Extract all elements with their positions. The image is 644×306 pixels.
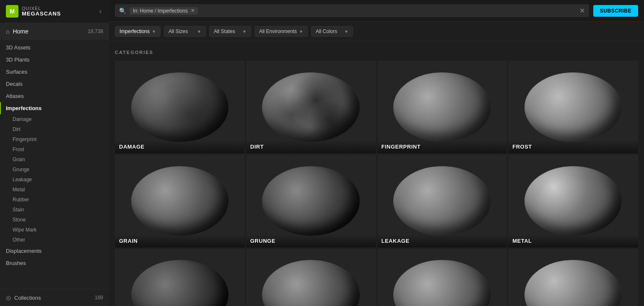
sidebar-subitem-frost[interactable]: Frost [0, 144, 109, 154]
sphere-frost [525, 72, 622, 142]
sphere-bg-stone [377, 249, 507, 306]
collections-count: 189 [95, 295, 103, 301]
sidebar-item-displacements[interactable]: Displacements [0, 245, 109, 257]
category-label-damage: DAMAGE [115, 140, 245, 153]
category-card-rubber[interactable]: RUBBER [115, 249, 245, 306]
sphere-bg-wipe-mark [508, 249, 638, 306]
sidebar-subitem-grunge[interactable]: Grunge [0, 165, 109, 175]
category-card-metal[interactable]: METAL [508, 154, 638, 247]
sphere-wipemark [525, 260, 622, 306]
category-card-wipe-mark[interactable]: WIPE MARK [508, 249, 638, 306]
chevron-down-icon: ▼ [197, 29, 201, 34]
sphere-bg-dirt [246, 61, 376, 153]
category-label-leakage: LEAKAGE [377, 234, 507, 247]
sidebar-item-brushes[interactable]: Brushes [0, 257, 109, 269]
collections-label: Collections [14, 295, 41, 301]
search-bar[interactable]: 🔍 In: Home / Imperfections ✕ ✕ [115, 4, 589, 17]
sidebar-subitem-wipe-mark[interactable]: Wipe Mark [0, 225, 109, 235]
sidebar-subitem-damage[interactable]: Damage [0, 114, 109, 124]
sidebar-collapse-button[interactable]: ‹ [98, 6, 103, 17]
sidebar-home[interactable]: ⌂ Home 18,738 [0, 23, 109, 40]
sphere-damage [131, 72, 229, 142]
logo-megascans: Megascans [22, 11, 61, 17]
filter-size[interactable]: All Sizes ▼ [164, 26, 206, 37]
sidebar-item-3d-assets[interactable]: 3D Assets [0, 41, 109, 54]
category-card-dirt[interactable]: DIRT [246, 61, 376, 153]
search-clear-button[interactable]: ✕ [579, 7, 585, 15]
filter-category-label: Imperfections [119, 28, 150, 34]
category-label-grain: GRAIN [115, 234, 245, 247]
sphere-metal [525, 166, 622, 236]
main: 🔍 In: Home / Imperfections ✕ ✕ SUBSCRIBE… [109, 0, 644, 306]
logo-area: M Quixel Megascans [6, 5, 61, 18]
category-card-grain[interactable]: GRAIN [115, 154, 245, 247]
category-label-frost: FROST [508, 140, 638, 153]
sphere-stain [262, 260, 359, 306]
category-card-grunge[interactable]: GRUNGE [246, 154, 376, 247]
home-icon: ⌂ [6, 28, 9, 35]
sphere-bg-grunge [246, 154, 376, 247]
search-tag-close[interactable]: ✕ [191, 8, 195, 13]
sphere-stone [393, 260, 491, 306]
sphere-dirt [262, 72, 359, 142]
search-tag-text: In: Home / Imperfections [133, 8, 188, 14]
sidebar: M Quixel Megascans ‹ ⌂ Home 18,738 3D As… [0, 0, 109, 306]
sidebar-item-3d-plants[interactable]: 3D Plants [0, 54, 109, 66]
search-tag: In: Home / Imperfections ✕ [130, 7, 198, 15]
filter-size-label: All Sizes [169, 28, 188, 34]
sidebar-subitem-other[interactable]: Other [0, 235, 109, 245]
chevron-down-icon: ▼ [344, 29, 348, 34]
sidebar-item-surfaces[interactable]: Surfaces [0, 66, 109, 78]
category-card-fingerprint[interactable]: FINGERPRINT [377, 61, 507, 153]
sidebar-subitem-leakage[interactable]: Leakage [0, 175, 109, 185]
category-card-damage[interactable]: DAMAGE [115, 61, 245, 153]
sphere-bg-rubber [115, 249, 245, 306]
sphere-bg-fingerprint [377, 61, 507, 153]
categories-grid: DAMAGE DIRT FINGERPRINT [115, 61, 638, 306]
sidebar-subitem-stone[interactable]: Stone [0, 215, 109, 225]
sidebar-item-decals[interactable]: Decals [0, 78, 109, 90]
sidebar-subitem-grain[interactable]: Grain [0, 154, 109, 165]
logo-icon: M [6, 5, 18, 18]
sidebar-subitem-stain[interactable]: Stain [0, 205, 109, 215]
sphere-bg-grain [115, 154, 245, 247]
filter-color[interactable]: All Colors ▼ [311, 26, 353, 37]
collections-icon: ◎ [6, 294, 11, 301]
sphere-bg-metal [508, 154, 638, 247]
category-label-dirt: DIRT [246, 140, 376, 153]
sidebar-footer-left: ◎ Collections [6, 294, 41, 301]
sidebar-item-imperfections[interactable]: Imperfections [0, 102, 109, 114]
home-count: 18,738 [88, 28, 103, 34]
category-card-stone[interactable]: STONE [377, 249, 507, 306]
chevron-down-icon: ▼ [242, 29, 247, 34]
sidebar-item-atlases[interactable]: Atlases [0, 90, 109, 102]
filter-environment-label: All Environments [259, 28, 297, 34]
category-card-frost[interactable]: FROST [508, 61, 638, 153]
content-area: CATEGORIES DAMAGE DIRT FI [109, 41, 644, 306]
filter-environment[interactable]: All Environments ▼ [254, 26, 308, 37]
chevron-down-icon: ▼ [152, 29, 156, 34]
subscribe-button[interactable]: SUBSCRIBE [593, 5, 638, 17]
filter-state[interactable]: All States ▼ [209, 26, 251, 37]
sidebar-footer[interactable]: ◎ Collections 189 [0, 289, 109, 306]
category-card-leakage[interactable]: LEAKAGE [377, 154, 507, 247]
sidebar-subitem-fingerprint[interactable]: Fingerprint [0, 134, 109, 144]
sidebar-home-left: ⌂ Home [6, 28, 29, 35]
sidebar-subitem-dirt[interactable]: Dirt [0, 124, 109, 134]
home-label: Home [13, 28, 28, 35]
section-title: CATEGORIES [115, 50, 638, 55]
filter-category[interactable]: Imperfections ▼ [115, 26, 161, 37]
sphere-fingerprint [393, 72, 491, 142]
sphere-leakage [393, 166, 491, 236]
category-label-metal: METAL [508, 234, 638, 247]
category-card-stain[interactable]: STAIN [246, 249, 376, 306]
sidebar-subitem-metal[interactable]: Metal [0, 185, 109, 195]
sphere-bg-damage [115, 61, 245, 153]
search-icon: 🔍 [119, 8, 126, 14]
category-label-grunge: GRUNGE [246, 234, 376, 247]
filterbar: Imperfections ▼ All Sizes ▼ All States ▼… [109, 22, 644, 41]
sphere-bg-leakage [377, 154, 507, 247]
filter-state-label: All States [214, 28, 235, 34]
sidebar-subitem-rubber[interactable]: Rubber [0, 195, 109, 205]
category-label-fingerprint: FINGERPRINT [377, 140, 507, 153]
